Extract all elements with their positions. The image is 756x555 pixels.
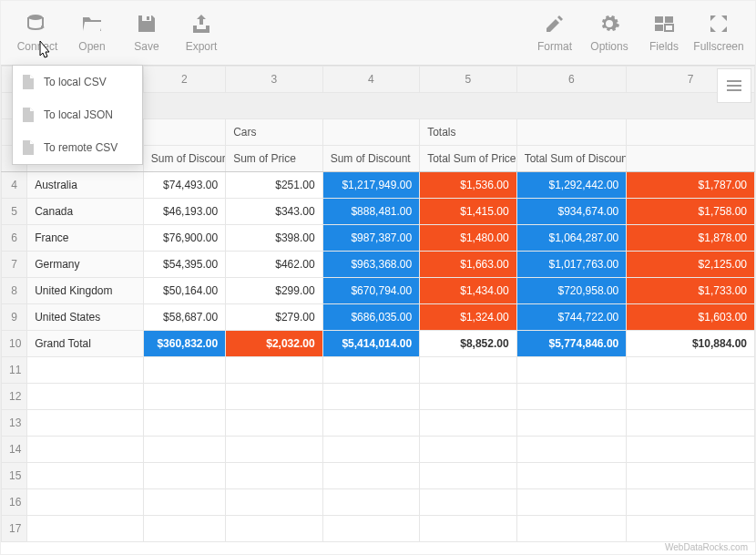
data-cell[interactable]: $343.00 — [226, 199, 323, 225]
toolbar-label: Fields — [649, 40, 679, 53]
data-cell[interactable]: $299.00 — [226, 278, 323, 304]
total-cell: $360,832.00 — [143, 331, 225, 357]
dropdown-label: To local CSV — [44, 76, 107, 88]
column-number[interactable]: 4 — [322, 67, 420, 93]
to-local-csv[interactable]: To local CSV — [13, 66, 142, 98]
row-number: 8 — [2, 278, 27, 304]
file-icon — [20, 107, 36, 123]
row-number: 12 — [2, 384, 27, 410]
data-cell[interactable]: $74,493.00 — [143, 172, 225, 199]
data-cell[interactable]: $1,878.00 — [627, 225, 755, 252]
data-cell[interactable]: $1,434.00 — [420, 278, 517, 304]
connect-button[interactable]: Connect — [10, 1, 65, 65]
row-label[interactable]: Germany — [27, 252, 144, 278]
data-cell[interactable]: $1,324.00 — [420, 304, 517, 331]
format-button[interactable]: Format — [527, 1, 582, 65]
data-cell[interactable]: $54,395.00 — [143, 252, 225, 278]
data-cell[interactable]: $1,733.00 — [627, 278, 755, 304]
data-cell[interactable]: $462.00 — [226, 252, 323, 278]
fields-button[interactable]: Fields — [637, 1, 691, 65]
row-number: 13 — [2, 410, 27, 437]
data-cell[interactable]: $279.00 — [226, 304, 323, 331]
branding-link[interactable]: WebDataRocks.com — [665, 542, 748, 552]
data-cell[interactable]: $744,722.00 — [516, 304, 627, 331]
row-label[interactable]: Australia — [27, 172, 144, 199]
total-cell: $5,414,014.00 — [322, 331, 420, 357]
column-number[interactable]: 3 — [226, 67, 323, 93]
svg-rect-3 — [655, 16, 663, 23]
data-cell[interactable]: $1,663.00 — [420, 252, 517, 278]
fullscreen-button[interactable]: Fullscreen — [691, 1, 746, 65]
measure-header[interactable]: Sum of Discount — [322, 146, 420, 172]
dropdown-label: To remote CSV — [44, 141, 117, 154]
svg-rect-5 — [655, 25, 663, 31]
row-label[interactable]: Canada — [27, 199, 144, 225]
save-button[interactable]: Save — [119, 1, 174, 65]
connect-dropdown: To local CSVTo local JSONTo remote CSV — [12, 65, 143, 165]
toolbar: ConnectOpenSaveExport FormatOptionsField… — [1, 1, 755, 66]
toolbar-label: Open — [78, 40, 105, 53]
data-cell[interactable]: $50,164.00 — [143, 278, 225, 304]
measure-header[interactable]: Sum of Discount — [143, 146, 225, 172]
row-number: 7 — [2, 252, 27, 278]
column-number[interactable]: 6 — [516, 67, 627, 93]
data-cell[interactable]: $398.00 — [226, 225, 323, 252]
data-cell[interactable]: $720,958.00 — [516, 278, 627, 304]
row-number: 16 — [2, 489, 27, 516]
data-cell[interactable]: $46,193.00 — [143, 199, 225, 225]
data-cell[interactable]: $58,687.00 — [143, 304, 225, 331]
total-cell: $8,852.00 — [420, 331, 517, 357]
file-icon — [20, 74, 36, 90]
row-number: 15 — [2, 463, 27, 489]
row-number: 14 — [2, 437, 27, 463]
measure-header[interactable]: Sum of Price — [226, 146, 323, 172]
options-button[interactable]: Options — [582, 1, 637, 65]
menu-icon[interactable] — [717, 68, 751, 103]
row-number: 6 — [2, 225, 27, 252]
total-cell: $2,032.00 — [226, 331, 323, 357]
data-cell[interactable]: $670,794.00 — [322, 278, 420, 304]
data-cell[interactable]: $1,217,949.00 — [322, 172, 420, 199]
total-cell: $10,884.00 — [627, 331, 755, 357]
total-cell: $5,774,846.00 — [516, 331, 627, 357]
group-header: Totals — [420, 119, 517, 146]
data-cell[interactable]: $1,758.00 — [627, 199, 755, 225]
data-cell[interactable]: $686,035.00 — [322, 304, 420, 331]
toolbar-label: Options — [590, 40, 628, 53]
row-label[interactable]: United Kingdom — [27, 278, 144, 304]
measure-header[interactable]: Total Sum of Discount — [516, 146, 627, 172]
data-cell[interactable]: $1,603.00 — [627, 304, 755, 331]
to-remote-csv[interactable]: To remote CSV — [13, 131, 142, 164]
data-cell[interactable]: $987,387.00 — [322, 225, 420, 252]
row-number: 10 — [2, 331, 27, 357]
export-button[interactable]: Export — [174, 1, 229, 65]
column-number[interactable]: 5 — [420, 67, 517, 93]
data-cell[interactable]: $76,900.00 — [143, 225, 225, 252]
toolbar-label: Save — [134, 40, 158, 53]
svg-rect-2 — [147, 16, 149, 20]
data-cell[interactable]: $2,125.00 — [627, 252, 755, 278]
row-label[interactable]: United States — [27, 304, 144, 331]
group-header[interactable]: Cars — [226, 119, 323, 146]
data-cell[interactable]: $1,017,763.00 — [516, 252, 627, 278]
toolbar-label: Connect — [17, 40, 58, 53]
data-cell[interactable]: $1,787.00 — [627, 172, 755, 199]
svg-rect-6 — [665, 25, 673, 31]
row-number: 17 — [2, 516, 27, 542]
data-cell[interactable]: $1,292,442.00 — [516, 172, 627, 199]
data-cell[interactable]: $963,368.00 — [322, 252, 420, 278]
to-local-json[interactable]: To local JSON — [13, 98, 142, 131]
dropdown-label: To local JSON — [44, 108, 113, 121]
open-button[interactable]: Open — [65, 1, 119, 65]
data-cell[interactable]: $1,415.00 — [420, 199, 517, 225]
svg-rect-4 — [665, 16, 673, 23]
data-cell[interactable]: $1,536.00 — [420, 172, 517, 199]
data-cell[interactable]: $888,481.00 — [322, 199, 420, 225]
measure-header[interactable]: Total Sum of Price — [420, 146, 517, 172]
data-cell[interactable]: $934,674.00 — [516, 199, 627, 225]
column-number[interactable]: 2 — [143, 67, 225, 93]
row-label[interactable]: France — [27, 225, 144, 252]
data-cell[interactable]: $1,480.00 — [420, 225, 517, 252]
data-cell[interactable]: $251.00 — [226, 172, 323, 199]
data-cell[interactable]: $1,064,287.00 — [516, 225, 627, 252]
